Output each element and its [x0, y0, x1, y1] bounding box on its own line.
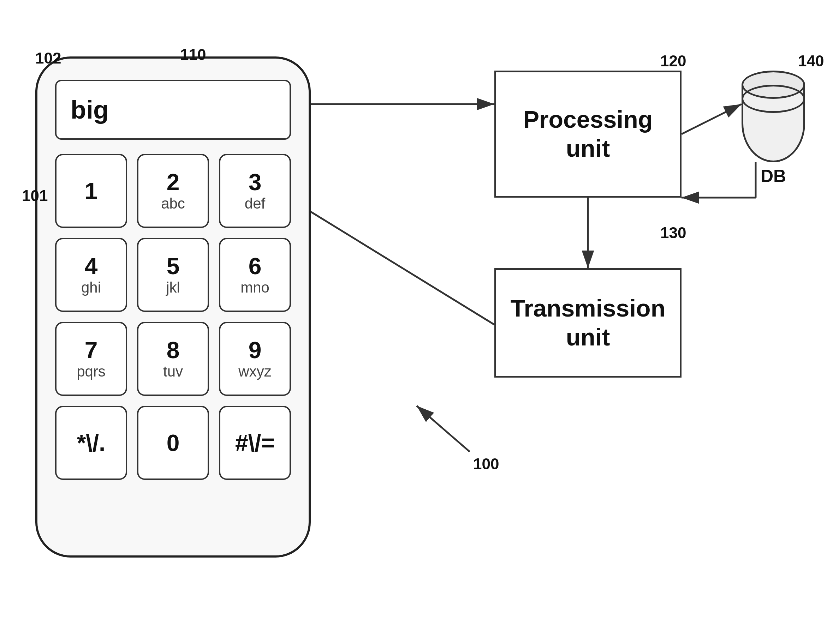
key-1[interactable]: 1	[55, 154, 127, 228]
key-0-number: 0	[166, 430, 180, 456]
db-mid-ellipse	[742, 85, 805, 113]
key-4-letters: ghi	[81, 279, 101, 296]
key-hash[interactable]: #\/=	[219, 406, 291, 480]
key-9-number: 9	[249, 337, 262, 363]
label-130: 130	[660, 224, 686, 242]
key-hash-number: #\/=	[235, 430, 275, 456]
key-6[interactable]: 6 mno	[219, 238, 291, 312]
transmission-unit-box: Transmissionunit	[494, 268, 681, 378]
key-8[interactable]: 8 tuv	[137, 322, 209, 396]
key-3[interactable]: 3 def	[219, 154, 291, 228]
key-3-letters: def	[245, 195, 265, 212]
label-100: 100	[473, 455, 499, 473]
label-101: 101	[22, 187, 48, 205]
key-7[interactable]: 7 pqrs	[55, 322, 127, 396]
processing-unit-box: Processingunit	[494, 71, 681, 198]
svg-line-9	[417, 406, 470, 452]
key-5-letters: jkl	[166, 279, 180, 296]
key-star-number: *\/.	[77, 430, 105, 456]
key-0[interactable]: 0	[137, 406, 209, 480]
display-text: big	[71, 95, 109, 124]
key-2-letters: abc	[161, 195, 185, 212]
key-2-number: 2	[166, 169, 180, 195]
key-8-number: 8	[166, 337, 180, 363]
label-110: 110	[180, 46, 206, 64]
db-container: DB	[742, 71, 805, 186]
label-102: 102	[35, 49, 61, 67]
key-9-letters: wxyz	[238, 363, 271, 380]
db-cylinder	[742, 71, 805, 162]
key-star[interactable]: *\/.	[55, 406, 127, 480]
key-7-letters: pqrs	[77, 363, 105, 380]
key-5-number: 5	[166, 253, 180, 279]
key-5[interactable]: 5 jkl	[137, 238, 209, 312]
key-4-number: 4	[85, 253, 98, 279]
processing-unit-label: Processingunit	[523, 105, 653, 163]
key-8-letters: tuv	[163, 363, 183, 380]
key-1-number: 1	[85, 178, 98, 204]
key-6-letters: mno	[241, 279, 269, 296]
key-6-number: 6	[249, 253, 262, 279]
label-120: 120	[660, 52, 686, 70]
key-9[interactable]: 9 wxyz	[219, 322, 291, 396]
db-label: DB	[761, 166, 786, 186]
label-140: 140	[798, 52, 824, 70]
device: big 1 2 abc 3 def 4 ghi 5 jkl	[35, 56, 311, 557]
diagram-container: big 1 2 abc 3 def 4 ghi 5 jkl	[0, 0, 839, 644]
key-3-number: 3	[249, 169, 262, 195]
svg-line-4	[681, 104, 742, 134]
keypad: 1 2 abc 3 def 4 ghi 5 jkl 6 mno	[55, 154, 291, 480]
key-7-number: 7	[85, 337, 98, 363]
svg-line-3	[311, 212, 494, 325]
key-4[interactable]: 4 ghi	[55, 238, 127, 312]
transmission-unit-label: Transmissionunit	[511, 294, 665, 352]
display-screen: big	[55, 80, 291, 140]
key-2[interactable]: 2 abc	[137, 154, 209, 228]
